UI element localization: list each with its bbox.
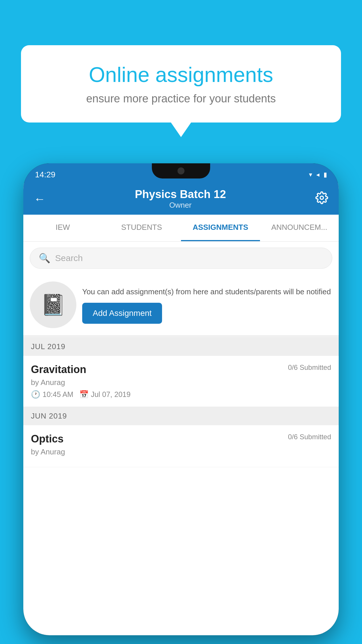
search-container: 🔍 Search <box>23 242 339 274</box>
assignment-title-optics: Optics <box>31 433 64 445</box>
header-subtitle: Owner <box>135 201 226 210</box>
settings-button[interactable] <box>315 191 328 207</box>
promo-text-area: You can add assignment(s) from here and … <box>82 286 332 324</box>
assignment-header-row: Gravitation 0/6 Submitted <box>31 363 331 376</box>
assignment-item-optics[interactable]: Optics 0/6 Submitted by Anurag <box>23 425 339 467</box>
month-header-jun: JUN 2019 <box>23 407 339 425</box>
search-placeholder: Search <box>55 253 83 263</box>
search-icon: 🔍 <box>39 253 50 264</box>
add-assignment-promo: 📓 You can add assignment(s) from here an… <box>23 274 339 337</box>
speech-bubble: Online assignments ensure more practice … <box>21 45 341 123</box>
header-title-area: Physics Batch 12 Owner <box>135 188 226 210</box>
assignment-by-optics: by Anurag <box>31 447 331 456</box>
month-header-jul: JUL 2019 <box>23 337 339 356</box>
status-time: 14:29 <box>35 170 55 179</box>
speech-bubble-container: Online assignments ensure more practice … <box>21 45 341 123</box>
app-header: ← Physics Batch 12 Owner <box>23 183 339 215</box>
calendar-icon: 📅 <box>79 390 89 399</box>
phone-frame: 14:29 ▾ ◂ ▮ ← Physics Batch 12 Owner IEW <box>23 163 339 635</box>
assignment-time: 10:45 AM <box>43 390 73 399</box>
assignment-date-item: 📅 Jul 07, 2019 <box>79 390 131 399</box>
phone-notch <box>152 163 210 178</box>
header-title: Physics Batch 12 <box>135 188 226 201</box>
tab-announcements[interactable]: ANNOUNCEM... <box>260 215 339 241</box>
tab-students[interactable]: STUDENTS <box>102 215 181 241</box>
assignment-time-item: 🕐 10:45 AM <box>31 390 73 399</box>
assignment-submitted-gravitation: 0/6 Submitted <box>288 363 331 372</box>
signal-icon: ◂ <box>316 171 319 178</box>
front-camera <box>178 167 184 174</box>
assignment-header-row-optics: Optics 0/6 Submitted <box>31 433 331 445</box>
clock-icon: 🕐 <box>31 390 40 399</box>
speech-bubble-subtitle: ensure more practice for your students <box>41 92 321 105</box>
assignment-title-gravitation: Gravitation <box>31 363 86 376</box>
assignment-by-gravitation: by Anurag <box>31 378 331 387</box>
speech-bubble-title: Online assignments <box>41 63 321 87</box>
assignment-item-gravitation[interactable]: Gravitation 0/6 Submitted by Anurag 🕐 10… <box>23 356 339 407</box>
tab-iew[interactable]: IEW <box>23 215 102 241</box>
tabs: IEW STUDENTS ASSIGNMENTS ANNOUNCEM... <box>23 215 339 242</box>
app-content: ← Physics Batch 12 Owner IEW STUDENTS AS… <box>23 183 339 635</box>
assignment-submitted-optics: 0/6 Submitted <box>288 433 331 441</box>
assignment-meta-gravitation: 🕐 10:45 AM 📅 Jul 07, 2019 <box>31 390 331 399</box>
notebook-icon: 📓 <box>41 293 66 317</box>
add-assignment-button[interactable]: Add Assignment <box>82 303 162 324</box>
promo-description: You can add assignment(s) from here and … <box>82 286 332 298</box>
battery-icon: ▮ <box>324 171 327 178</box>
tab-assignments[interactable]: ASSIGNMENTS <box>181 215 260 241</box>
back-button[interactable]: ← <box>34 192 45 206</box>
svg-point-0 <box>320 196 323 199</box>
promo-icon-circle: 📓 <box>30 281 76 328</box>
status-icons: ▾ ◂ ▮ <box>309 171 327 178</box>
search-bar[interactable]: 🔍 Search <box>30 248 332 269</box>
wifi-icon: ▾ <box>309 171 312 178</box>
assignment-date: Jul 07, 2019 <box>91 390 131 399</box>
